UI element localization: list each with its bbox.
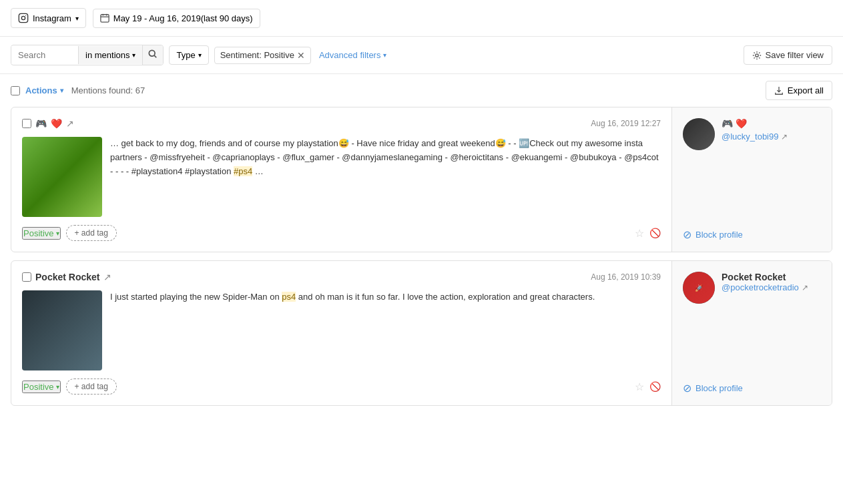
add-tag-button-1[interactable]: + add tag xyxy=(66,225,117,241)
top-bar-inner: Instagram ▾ May 19 - Aug 16, 2019(last 9… xyxy=(0,0,843,37)
search-group: in mentions ▾ xyxy=(11,45,164,65)
sidebar-username-1[interactable]: @lucky_tobi99 xyxy=(722,132,778,142)
mention-footer-right-1: ☆ 🚫 xyxy=(635,227,661,240)
top-bar: Instagram ▾ May 19 - Aug 16, 2019(last 9… xyxy=(0,0,843,37)
mention-footer-right-2: ☆ 🚫 xyxy=(635,381,661,393)
platform-selector[interactable]: Instagram ▾ xyxy=(11,8,86,28)
sidebar-user-info-1: 🎮 ❤️ @lucky_tobi99 ↗ xyxy=(683,118,788,150)
avatar-1 xyxy=(683,118,715,150)
advanced-chevron: ▾ xyxy=(383,51,386,59)
export-button[interactable]: Export all xyxy=(766,81,832,100)
sidebar-gamepad-icon-1: 🎮 xyxy=(722,118,733,129)
sentiment-filter-tag: Sentiment: Positive ✕ xyxy=(214,47,311,64)
sidebar-external-icon-2[interactable]: ↗ xyxy=(802,283,808,292)
mention-sidebar-1: 🎮 ❤️ @lucky_tobi99 ↗ ⊘ Block profile xyxy=(671,107,832,252)
block-icon-2: ⊘ xyxy=(683,382,691,395)
settings-icon xyxy=(752,51,762,60)
mention-date-2: Aug 16, 2019 10:39 xyxy=(591,272,661,282)
hide-icon-1[interactable]: 🚫 xyxy=(649,228,661,238)
author-name-2: Pocket Rocket xyxy=(35,272,99,282)
select-all-checkbox[interactable] xyxy=(11,86,20,95)
sentiment-text-1: Positive xyxy=(23,228,54,238)
block-profile-button-1[interactable]: ⊘ Block profile xyxy=(683,188,743,241)
mention-footer-left-1: Positive ▾ + add tag xyxy=(22,225,117,241)
search-input[interactable] xyxy=(11,46,78,64)
mention-icons-1: 🎮 ❤️ ↗ xyxy=(22,118,74,129)
type-label: Type xyxy=(176,50,195,60)
sidebar-author-name-2: Pocket Rocket xyxy=(722,272,808,282)
svg-point-1 xyxy=(21,16,25,19)
actions-button[interactable]: Actions ▾ xyxy=(25,85,63,95)
star-icon-2[interactable]: ☆ xyxy=(635,381,644,393)
date-range-label: May 19 - Aug 16, 2019(last 90 days) xyxy=(113,13,253,23)
add-tag-button-2[interactable]: + add tag xyxy=(66,379,117,395)
sidebar-username-2[interactable]: @pocketrocketradio xyxy=(722,282,799,292)
mention-footer-1: Positive ▾ + add tag ☆ 🚫 xyxy=(22,225,661,241)
hashtag-highlight-1: #ps4 xyxy=(234,166,252,176)
search-button[interactable] xyxy=(142,45,163,65)
in-mentions-selector[interactable]: in mentions ▾ xyxy=(78,46,142,64)
block-icon-1: ⊘ xyxy=(683,228,691,241)
date-range-selector[interactable]: May 19 - Aug 16, 2019(last 90 days) xyxy=(93,9,260,28)
actions-label: Actions xyxy=(25,85,57,95)
svg-rect-0 xyxy=(19,13,27,22)
in-mentions-label: in mentions xyxy=(85,50,129,60)
sidebar-username-row-2: @pocketrocketradio ↗ xyxy=(722,282,808,292)
sentiment-chevron-2: ▾ xyxy=(56,383,59,391)
avatar-2: 🚀 xyxy=(683,272,715,304)
mentions-list: 🎮 ❤️ ↗ Aug 16, 2019 12:27 … get back to … xyxy=(0,107,843,406)
star-icon-1[interactable]: ☆ xyxy=(635,227,644,240)
mention-content-1: … get back to my dog, friends and of cou… xyxy=(22,137,661,217)
gamepad-icon-1: 🎮 xyxy=(35,118,47,129)
type-filter[interactable]: Type ▾ xyxy=(169,45,208,65)
export-label: Export all xyxy=(788,85,824,95)
sidebar-user-details-1: 🎮 ❤️ @lucky_tobi99 ↗ xyxy=(722,118,788,142)
mention-header-2: Pocket Rocket ↗ Aug 16, 2019 10:39 xyxy=(22,272,661,282)
actions-chevron: ▾ xyxy=(60,87,63,94)
advanced-filters-label: Advanced filters xyxy=(319,50,381,60)
export-icon xyxy=(774,86,784,95)
mention-footer-2: Positive ▾ + add tag ☆ 🚫 xyxy=(22,379,661,395)
search-icon xyxy=(148,49,158,59)
calendar-icon xyxy=(100,13,109,23)
select-all-area: Actions ▾ xyxy=(11,85,63,95)
mention-main-2: Pocket Rocket ↗ Aug 16, 2019 10:39 I jus… xyxy=(11,261,671,405)
save-filter-button[interactable]: Save filter view xyxy=(744,45,832,65)
filter-bar: in mentions ▾ Type ▾ Sentiment: Positive… xyxy=(0,37,843,74)
mention-image-2 xyxy=(22,290,102,370)
type-chevron: ▾ xyxy=(198,51,202,59)
sentiment-label: Sentiment: Positive xyxy=(220,50,294,60)
mentions-found-label: Mentions found: 67 xyxy=(71,85,146,95)
sidebar-user-info-2: 🚀 Pocket Rocket @pocketrocketradio ↗ xyxy=(683,272,808,304)
ps4-highlight-2: ps4 xyxy=(282,292,296,302)
mention-checkbox-1[interactable] xyxy=(22,119,31,128)
external-link-icon-1[interactable]: ↗ xyxy=(66,118,74,129)
in-mentions-chevron: ▾ xyxy=(132,51,135,59)
platform-chevron: ▾ xyxy=(75,15,79,22)
sidebar-icons-1: 🎮 ❤️ xyxy=(722,118,788,129)
mention-image-1 xyxy=(22,137,102,217)
sentiment-remove-button[interactable]: ✕ xyxy=(297,50,305,61)
external-link-icon-2[interactable]: ↗ xyxy=(103,272,111,282)
block-profile-button-2[interactable]: ⊘ Block profile xyxy=(683,342,743,395)
block-profile-label-1: Block profile xyxy=(695,230,743,240)
block-profile-label-2: Block profile xyxy=(695,383,743,393)
sentiment-label-1[interactable]: Positive ▾ xyxy=(22,227,61,240)
sentiment-label-2[interactable]: Positive ▾ xyxy=(22,381,61,393)
svg-rect-3 xyxy=(101,15,109,22)
mention-icons-2: Pocket Rocket ↗ xyxy=(22,272,111,282)
hide-icon-2[interactable]: 🚫 xyxy=(649,381,661,392)
mention-text-after-2: and oh man is it fun so far. I love the … xyxy=(296,292,595,302)
mention-text-content-1: … get back to my dog, friends and of cou… xyxy=(110,138,659,176)
sidebar-heart-icon-1: ❤️ xyxy=(736,118,747,129)
advanced-filters-button[interactable]: Advanced filters ▾ xyxy=(319,50,387,60)
sidebar-user-details-2: Pocket Rocket @pocketrocketradio ↗ xyxy=(722,272,808,292)
svg-point-9 xyxy=(755,53,758,56)
sidebar-external-icon-1[interactable]: ↗ xyxy=(781,132,788,142)
svg-point-2 xyxy=(25,15,26,16)
svg-point-7 xyxy=(150,50,156,56)
mention-content-2: I just started playing the new Spider-Ma… xyxy=(22,290,661,370)
svg-line-8 xyxy=(155,55,157,57)
mention-checkbox-2[interactable] xyxy=(22,272,31,282)
sentiment-chevron-1: ▾ xyxy=(56,230,59,237)
